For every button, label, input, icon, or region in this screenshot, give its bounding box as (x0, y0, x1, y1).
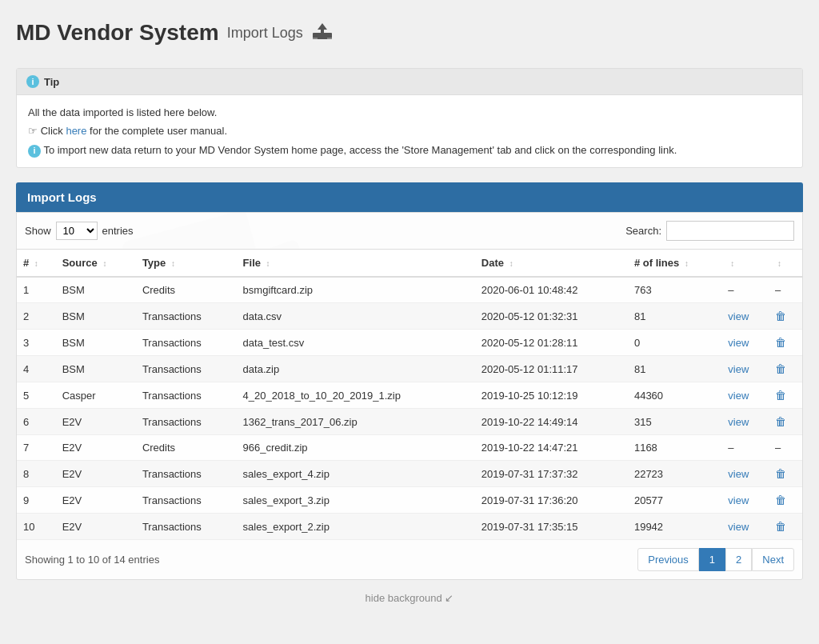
cell-type: Transactions (136, 487, 237, 514)
bottom-link-section: hide background ↙ (16, 580, 803, 612)
page-2-button[interactable]: 2 (725, 548, 752, 571)
showing-text: Showing 1 to 10 of 14 entries (25, 554, 159, 566)
cell-delete: – (769, 435, 802, 461)
view-link[interactable]: view (728, 494, 749, 506)
table-row: 4 BSM Transactions data.zip 2020-05-12 0… (17, 356, 802, 382)
show-label: Show (25, 225, 51, 237)
page-subtitle: Import Logs (227, 25, 303, 42)
tip-line2-suffix: for the complete user manual. (86, 125, 227, 137)
tip-line3: i To import new data return to your MD V… (28, 141, 791, 159)
page-1-button[interactable]: 1 (699, 548, 725, 571)
col-id[interactable]: # ↕ (17, 250, 56, 278)
view-link[interactable]: view (728, 468, 749, 480)
cell-lines: 763 (628, 277, 721, 303)
cell-id: 8 (17, 461, 56, 487)
delete-icon[interactable]: 🗑 (775, 415, 786, 428)
cell-id: 3 (17, 330, 56, 356)
cell-type: Credits (136, 277, 237, 303)
previous-button[interactable]: Previous (637, 548, 699, 571)
cell-file: data.csv (237, 303, 475, 330)
table-body: 1 BSM Credits bsmgiftcard.zip 2020-06-01… (17, 277, 802, 540)
cell-file: sales_export_3.zip (237, 487, 475, 514)
col-view-header[interactable]: ↕ (721, 250, 769, 278)
table-row: 9 E2V Transactions sales_export_3.zip 20… (17, 487, 802, 514)
tip-header: i Tip (17, 69, 802, 95)
user-manual-link[interactable]: here (66, 125, 86, 137)
search-label: Search: (625, 225, 661, 237)
cell-file: data.zip (237, 356, 475, 382)
cell-source: BSM (56, 277, 136, 303)
section-title: Import Logs (27, 190, 97, 204)
entries-select[interactable]: 10 25 50 100 (56, 222, 98, 240)
cell-lines: 20577 (628, 487, 721, 514)
cell-file: bsmgiftcard.zip (237, 277, 475, 303)
cell-id: 5 (17, 382, 56, 409)
view-link[interactable]: view (728, 337, 749, 349)
cell-date: 2019-07-31 17:37:32 (475, 461, 628, 487)
section-header: Import Logs (16, 182, 803, 212)
cell-source: E2V (56, 435, 136, 461)
cell-source: E2V (56, 487, 136, 514)
delete-icon[interactable]: 🗑 (775, 494, 786, 506)
col-date[interactable]: Date ↕ (475, 250, 628, 278)
cell-date: 2019-10-22 14:49:14 (475, 409, 628, 435)
table-header-row: # ↕ Source ↕ Type ↕ File ↕ Date ↕ # of l… (17, 250, 802, 278)
cell-id: 6 (17, 409, 56, 435)
cell-id: 1 (17, 277, 56, 303)
delete-icon[interactable]: 🗑 (775, 336, 786, 349)
tip-line2-prefix: Click (41, 125, 66, 137)
table-row: 6 E2V Transactions 1362_trans_2017_06.zi… (17, 409, 802, 435)
tip-info-icon: i (26, 75, 39, 88)
delete-icon[interactable]: 🗑 (775, 362, 786, 375)
table-row: 5 Casper Transactions 4_20_2018_to_10_20… (17, 382, 802, 409)
col-file[interactable]: File ↕ (237, 250, 475, 278)
hide-background-link[interactable]: hide background ↙ (366, 592, 454, 604)
delete-icon[interactable]: 🗑 (775, 467, 786, 480)
table-footer: Showing 1 to 10 of 14 entries Previous 1… (17, 540, 802, 579)
cell-delete: 🗑 (769, 382, 802, 409)
cell-type: Transactions (136, 514, 237, 540)
table-row: 10 E2V Transactions sales_export_2.zip 2… (17, 514, 802, 540)
delete-icon[interactable]: 🗑 (775, 520, 786, 533)
cell-delete: 🗑 (769, 514, 802, 540)
cell-type: Transactions (136, 330, 237, 356)
cell-date: 2019-07-31 17:36:20 (475, 487, 628, 514)
delete-icon[interactable]: 🗑 (775, 310, 786, 322)
cell-date: 2020-06-01 10:48:42 (475, 277, 628, 303)
cell-type: Transactions (136, 303, 237, 330)
cell-delete: 🗑 (769, 356, 802, 382)
cell-type: Transactions (136, 461, 237, 487)
col-delete-header[interactable]: ↕ (769, 250, 802, 278)
view-link[interactable]: view (728, 390, 749, 402)
delete-icon[interactable]: 🗑 (775, 389, 786, 402)
view-link[interactable]: view (728, 416, 749, 428)
cell-view: view (721, 303, 769, 330)
search-input[interactable] (666, 221, 794, 241)
cell-delete: 🗑 (769, 303, 802, 330)
entries-label: entries (102, 225, 134, 237)
col-lines[interactable]: # of lines ↕ (628, 250, 721, 278)
cell-id: 2 (17, 303, 56, 330)
cell-type: Transactions (136, 356, 237, 382)
cell-source: E2V (56, 514, 136, 540)
table-container: Show 10 25 50 100 entries Search: (16, 212, 803, 580)
cell-source: E2V (56, 461, 136, 487)
cell-file: 4_20_2018_to_10_20_2019_1.zip (237, 382, 475, 409)
view-link[interactable]: view (728, 363, 749, 375)
cell-view: view (721, 330, 769, 356)
page-title: MD Vendor System (16, 20, 219, 46)
cell-file: 966_credit.zip (237, 435, 475, 461)
show-entries-control: Show 10 25 50 100 entries (25, 222, 134, 240)
col-source[interactable]: Source ↕ (56, 250, 136, 278)
view-link[interactable]: view (728, 521, 749, 533)
cell-type: Transactions (136, 409, 237, 435)
main-content: MD Vendor System Import Logs i Tip All t… (0, 0, 819, 624)
table-row: 2 BSM Transactions data.csv 2020-05-12 0… (17, 303, 802, 330)
col-type[interactable]: Type ↕ (136, 250, 237, 278)
tip-info-icon2: i (28, 145, 41, 158)
cell-id: 9 (17, 487, 56, 514)
import-logs-table: # ↕ Source ↕ Type ↕ File ↕ Date ↕ # of l… (17, 249, 802, 540)
cell-date: 2019-10-22 14:47:21 (475, 435, 628, 461)
next-button[interactable]: Next (752, 548, 794, 571)
view-link[interactable]: view (728, 310, 749, 322)
